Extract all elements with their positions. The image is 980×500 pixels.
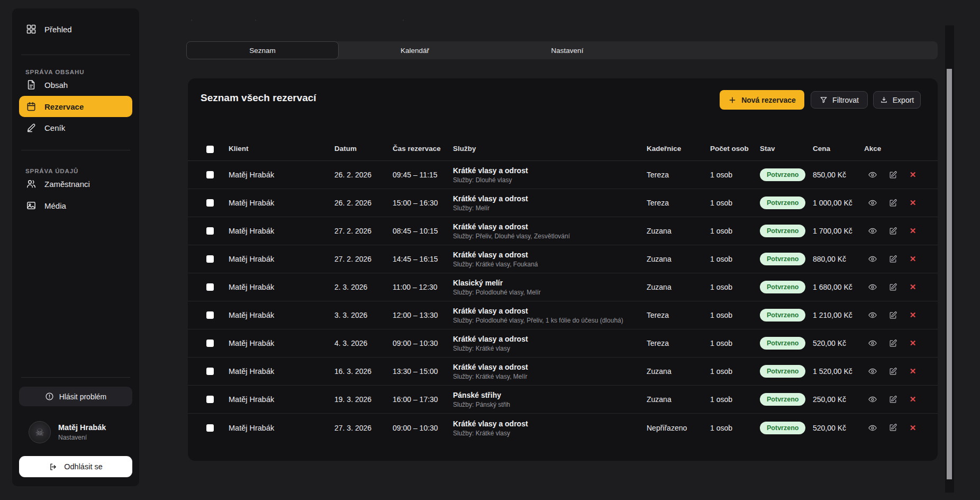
funnel-icon [820, 96, 828, 104]
status-cell: Potvrzeno [760, 253, 805, 265]
edit-button[interactable] [887, 394, 898, 405]
reservation-date: 2. 3. 2026 [334, 283, 367, 291]
status-cell: Potvrzeno [760, 225, 805, 237]
eye-icon [868, 423, 877, 433]
delete-button[interactable]: ✕ [908, 226, 918, 236]
export-button[interactable]: Export [873, 91, 921, 109]
view-button[interactable] [867, 366, 878, 377]
edit-button[interactable] [887, 366, 898, 377]
delete-button[interactable]: ✕ [908, 423, 918, 433]
eye-icon [868, 310, 877, 320]
edit-icon [888, 367, 897, 376]
service-detail: Služby: Melír [453, 204, 528, 212]
edit-icon [888, 423, 897, 432]
delete-button[interactable]: ✕ [908, 169, 918, 180]
row-checkbox[interactable] [206, 368, 214, 375]
edit-button[interactable] [887, 310, 898, 320]
status-badge: Potvrzeno [760, 168, 805, 181]
sidebar-item-rezervace[interactable]: Rezervace [19, 96, 132, 117]
view-button[interactable] [867, 310, 878, 320]
view-button[interactable] [867, 254, 878, 264]
client-name: Matěj Hrabák [229, 311, 274, 319]
service-title: Krátké vlasy a odrost [453, 419, 528, 427]
price: 1 700,00 Kč [813, 227, 852, 235]
view-button[interactable] [867, 394, 878, 405]
new-reservation-button[interactable]: Nová rezervace [720, 90, 804, 110]
edit-button[interactable] [887, 338, 898, 349]
column-header-akce: Akce [864, 145, 881, 153]
close-icon: ✕ [910, 254, 917, 264]
close-icon: ✕ [910, 423, 917, 433]
view-button[interactable] [867, 282, 878, 292]
sidebar-divider [21, 55, 130, 55]
view-button[interactable] [867, 338, 878, 349]
report-problem-button[interactable]: Hlásit problém [19, 387, 132, 406]
edit-button[interactable] [887, 198, 898, 208]
row-checkbox[interactable] [206, 171, 214, 178]
edit-icon [888, 171, 897, 180]
edit-button[interactable] [887, 254, 898, 264]
persons-count: 1 osob [710, 395, 732, 404]
reservation-date: 26. 2. 2026 [334, 199, 371, 207]
delete-button[interactable]: ✕ [908, 338, 918, 349]
delete-button[interactable]: ✕ [908, 282, 918, 292]
delete-button[interactable]: ✕ [908, 366, 918, 377]
price: 850,00 Kč [813, 171, 846, 179]
service-detail: Služby: Krátké vlasy [453, 345, 528, 352]
reservation-time: 12:00 – 13:30 [393, 311, 438, 319]
status-badge: Potvrzeno [760, 393, 805, 406]
services-cell: Krátké vlasy a odrost Služby: Polodlouhé… [453, 307, 623, 324]
status-cell: Potvrzeno [760, 393, 805, 406]
view-button[interactable] [867, 423, 878, 433]
logout-button[interactable]: Odhlásit se [19, 456, 132, 477]
sidebar-item-media[interactable]: Média [19, 195, 132, 216]
breadcrumb-mark: ' [403, 19, 404, 25]
edit-button[interactable] [887, 282, 898, 292]
user-profile[interactable]: ☠ Matěj Hrabák Nastavení [29, 421, 106, 443]
select-all-checkbox[interactable] [206, 146, 214, 153]
logout-label: Odhlásit se [64, 462, 103, 471]
status-badge: Potvrzeno [760, 197, 805, 209]
edit-icon [888, 283, 897, 292]
filter-button[interactable]: Filtrovat [811, 91, 868, 109]
sidebar-item-cenik[interactable]: Ceník [19, 117, 132, 138]
delete-button[interactable]: ✕ [908, 254, 918, 264]
row-checkbox[interactable] [206, 340, 214, 347]
view-button[interactable] [867, 169, 878, 180]
new-reservation-label: Nová rezervace [741, 96, 796, 104]
row-checkbox[interactable] [206, 424, 214, 432]
status-badge: Potvrzeno [760, 422, 805, 434]
row-checkbox[interactable] [206, 255, 214, 263]
tab-seznam[interactable]: Seznam [186, 41, 339, 59]
service-title: Krátké vlasy a odrost [453, 363, 528, 371]
scrollbar-track[interactable] [945, 25, 954, 493]
alert-circle-icon [45, 392, 54, 401]
status-cell: Potvrzeno [760, 168, 805, 181]
view-button[interactable] [867, 198, 878, 208]
service-detail: Služby: Krátké vlasy [453, 429, 528, 436]
delete-button[interactable]: ✕ [908, 310, 918, 320]
hairdresser-name: Nepřiřazeno [647, 424, 687, 432]
persons-count: 1 osob [710, 255, 732, 263]
tab-kalendar[interactable]: Kalendář [339, 41, 491, 59]
service-title: Krátké vlasy a odrost [453, 251, 528, 259]
sidebar-item-obsah[interactable]: Obsah [19, 74, 132, 95]
sidebar-item-prehled[interactable]: Přehled [19, 19, 132, 40]
delete-button[interactable]: ✕ [908, 394, 918, 405]
edit-button[interactable] [887, 226, 898, 236]
row-checkbox[interactable] [206, 396, 214, 403]
delete-button[interactable]: ✕ [908, 198, 918, 208]
persons-count: 1 osob [710, 367, 732, 376]
row-checkbox[interactable] [206, 199, 214, 207]
view-button[interactable] [867, 226, 878, 236]
row-checkbox[interactable] [206, 283, 214, 291]
edit-icon [888, 227, 897, 236]
client-name: Matěj Hrabák [229, 339, 274, 347]
tab-nastaveni[interactable]: Nastavení [491, 41, 643, 59]
row-checkbox[interactable] [206, 311, 214, 319]
scrollbar-thumb[interactable] [947, 69, 952, 479]
row-checkbox[interactable] [206, 227, 214, 235]
edit-button[interactable] [887, 423, 898, 433]
sidebar-item-zamestnanci[interactable]: Zaměstnanci [19, 173, 132, 194]
edit-button[interactable] [887, 169, 898, 180]
